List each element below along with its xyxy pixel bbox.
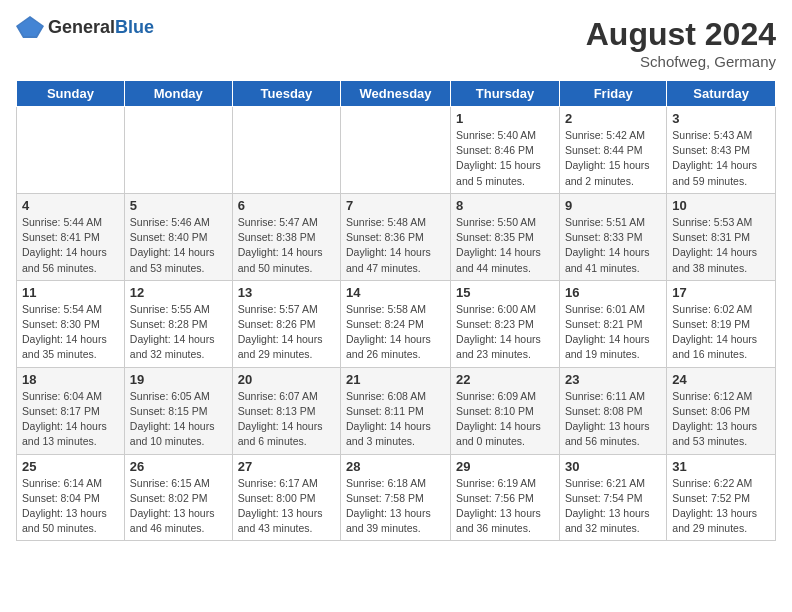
calendar-cell: 25Sunrise: 6:14 AM Sunset: 8:04 PM Dayli… — [17, 454, 125, 541]
calendar-cell: 4Sunrise: 5:44 AM Sunset: 8:41 PM Daylig… — [17, 193, 125, 280]
calendar-table: SundayMondayTuesdayWednesdayThursdayFrid… — [16, 80, 776, 541]
day-number: 21 — [346, 372, 445, 387]
calendar-cell: 17Sunrise: 6:02 AM Sunset: 8:19 PM Dayli… — [667, 280, 776, 367]
calendar-cell: 21Sunrise: 6:08 AM Sunset: 8:11 PM Dayli… — [341, 367, 451, 454]
day-detail: Sunrise: 6:19 AM Sunset: 7:56 PM Dayligh… — [456, 476, 554, 537]
calendar-cell: 31Sunrise: 6:22 AM Sunset: 7:52 PM Dayli… — [667, 454, 776, 541]
day-detail: Sunrise: 5:57 AM Sunset: 8:26 PM Dayligh… — [238, 302, 335, 363]
day-detail: Sunrise: 6:12 AM Sunset: 8:06 PM Dayligh… — [672, 389, 770, 450]
day-number: 23 — [565, 372, 661, 387]
day-number: 5 — [130, 198, 227, 213]
day-detail: Sunrise: 6:21 AM Sunset: 7:54 PM Dayligh… — [565, 476, 661, 537]
day-number: 24 — [672, 372, 770, 387]
page-header: GeneralBlue August 2024 Schofweg, German… — [16, 16, 776, 70]
calendar-cell — [341, 107, 451, 194]
day-detail: Sunrise: 6:01 AM Sunset: 8:21 PM Dayligh… — [565, 302, 661, 363]
day-number: 8 — [456, 198, 554, 213]
day-detail: Sunrise: 6:00 AM Sunset: 8:23 PM Dayligh… — [456, 302, 554, 363]
calendar-cell: 3Sunrise: 5:43 AM Sunset: 8:43 PM Daylig… — [667, 107, 776, 194]
day-number: 7 — [346, 198, 445, 213]
calendar-cell: 22Sunrise: 6:09 AM Sunset: 8:10 PM Dayli… — [451, 367, 560, 454]
weekday-header-row: SundayMondayTuesdayWednesdayThursdayFrid… — [17, 81, 776, 107]
day-detail: Sunrise: 5:42 AM Sunset: 8:44 PM Dayligh… — [565, 128, 661, 189]
day-detail: Sunrise: 6:17 AM Sunset: 8:00 PM Dayligh… — [238, 476, 335, 537]
logo-general-text: General — [48, 17, 115, 37]
calendar-cell: 12Sunrise: 5:55 AM Sunset: 8:28 PM Dayli… — [124, 280, 232, 367]
calendar-cell: 27Sunrise: 6:17 AM Sunset: 8:00 PM Dayli… — [232, 454, 340, 541]
day-number: 1 — [456, 111, 554, 126]
day-number: 2 — [565, 111, 661, 126]
weekday-header-sunday: Sunday — [17, 81, 125, 107]
day-detail: Sunrise: 6:18 AM Sunset: 7:58 PM Dayligh… — [346, 476, 445, 537]
day-number: 4 — [22, 198, 119, 213]
weekday-header-saturday: Saturday — [667, 81, 776, 107]
day-detail: Sunrise: 5:54 AM Sunset: 8:30 PM Dayligh… — [22, 302, 119, 363]
day-number: 13 — [238, 285, 335, 300]
day-detail: Sunrise: 6:11 AM Sunset: 8:08 PM Dayligh… — [565, 389, 661, 450]
day-number: 17 — [672, 285, 770, 300]
calendar-cell: 15Sunrise: 6:00 AM Sunset: 8:23 PM Dayli… — [451, 280, 560, 367]
calendar-cell: 5Sunrise: 5:46 AM Sunset: 8:40 PM Daylig… — [124, 193, 232, 280]
week-row-1: 1Sunrise: 5:40 AM Sunset: 8:46 PM Daylig… — [17, 107, 776, 194]
calendar-cell: 24Sunrise: 6:12 AM Sunset: 8:06 PM Dayli… — [667, 367, 776, 454]
day-number: 19 — [130, 372, 227, 387]
calendar-cell: 30Sunrise: 6:21 AM Sunset: 7:54 PM Dayli… — [559, 454, 666, 541]
day-detail: Sunrise: 5:55 AM Sunset: 8:28 PM Dayligh… — [130, 302, 227, 363]
day-number: 15 — [456, 285, 554, 300]
day-number: 14 — [346, 285, 445, 300]
day-number: 20 — [238, 372, 335, 387]
day-detail: Sunrise: 5:40 AM Sunset: 8:46 PM Dayligh… — [456, 128, 554, 189]
day-number: 22 — [456, 372, 554, 387]
day-number: 29 — [456, 459, 554, 474]
day-detail: Sunrise: 5:48 AM Sunset: 8:36 PM Dayligh… — [346, 215, 445, 276]
calendar-cell: 6Sunrise: 5:47 AM Sunset: 8:38 PM Daylig… — [232, 193, 340, 280]
day-number: 31 — [672, 459, 770, 474]
day-number: 11 — [22, 285, 119, 300]
calendar-cell: 2Sunrise: 5:42 AM Sunset: 8:44 PM Daylig… — [559, 107, 666, 194]
weekday-header-thursday: Thursday — [451, 81, 560, 107]
day-detail: Sunrise: 5:47 AM Sunset: 8:38 PM Dayligh… — [238, 215, 335, 276]
day-number: 26 — [130, 459, 227, 474]
weekday-header-wednesday: Wednesday — [341, 81, 451, 107]
day-number: 12 — [130, 285, 227, 300]
calendar-cell: 14Sunrise: 5:58 AM Sunset: 8:24 PM Dayli… — [341, 280, 451, 367]
day-detail: Sunrise: 6:08 AM Sunset: 8:11 PM Dayligh… — [346, 389, 445, 450]
day-detail: Sunrise: 6:14 AM Sunset: 8:04 PM Dayligh… — [22, 476, 119, 537]
day-number: 16 — [565, 285, 661, 300]
calendar-cell: 10Sunrise: 5:53 AM Sunset: 8:31 PM Dayli… — [667, 193, 776, 280]
day-detail: Sunrise: 6:02 AM Sunset: 8:19 PM Dayligh… — [672, 302, 770, 363]
day-detail: Sunrise: 5:51 AM Sunset: 8:33 PM Dayligh… — [565, 215, 661, 276]
title-block: August 2024 Schofweg, Germany — [586, 16, 776, 70]
calendar-cell: 1Sunrise: 5:40 AM Sunset: 8:46 PM Daylig… — [451, 107, 560, 194]
day-number: 28 — [346, 459, 445, 474]
day-detail: Sunrise: 6:09 AM Sunset: 8:10 PM Dayligh… — [456, 389, 554, 450]
calendar-cell — [232, 107, 340, 194]
day-detail: Sunrise: 5:50 AM Sunset: 8:35 PM Dayligh… — [456, 215, 554, 276]
day-detail: Sunrise: 5:53 AM Sunset: 8:31 PM Dayligh… — [672, 215, 770, 276]
week-row-3: 11Sunrise: 5:54 AM Sunset: 8:30 PM Dayli… — [17, 280, 776, 367]
calendar-cell: 26Sunrise: 6:15 AM Sunset: 8:02 PM Dayli… — [124, 454, 232, 541]
weekday-header-monday: Monday — [124, 81, 232, 107]
calendar-cell: 29Sunrise: 6:19 AM Sunset: 7:56 PM Dayli… — [451, 454, 560, 541]
week-row-4: 18Sunrise: 6:04 AM Sunset: 8:17 PM Dayli… — [17, 367, 776, 454]
calendar-cell: 13Sunrise: 5:57 AM Sunset: 8:26 PM Dayli… — [232, 280, 340, 367]
weekday-header-tuesday: Tuesday — [232, 81, 340, 107]
day-number: 10 — [672, 198, 770, 213]
calendar-cell: 23Sunrise: 6:11 AM Sunset: 8:08 PM Dayli… — [559, 367, 666, 454]
day-detail: Sunrise: 6:22 AM Sunset: 7:52 PM Dayligh… — [672, 476, 770, 537]
day-detail: Sunrise: 5:44 AM Sunset: 8:41 PM Dayligh… — [22, 215, 119, 276]
day-detail: Sunrise: 6:15 AM Sunset: 8:02 PM Dayligh… — [130, 476, 227, 537]
calendar-cell — [124, 107, 232, 194]
day-detail: Sunrise: 5:58 AM Sunset: 8:24 PM Dayligh… — [346, 302, 445, 363]
calendar-cell: 20Sunrise: 6:07 AM Sunset: 8:13 PM Dayli… — [232, 367, 340, 454]
day-number: 25 — [22, 459, 119, 474]
logo-blue-text: Blue — [115, 17, 154, 37]
calendar-cell: 9Sunrise: 5:51 AM Sunset: 8:33 PM Daylig… — [559, 193, 666, 280]
calendar-cell: 11Sunrise: 5:54 AM Sunset: 8:30 PM Dayli… — [17, 280, 125, 367]
month-year: August 2024 — [586, 16, 776, 53]
calendar-cell — [17, 107, 125, 194]
day-number: 27 — [238, 459, 335, 474]
location: Schofweg, Germany — [586, 53, 776, 70]
day-detail: Sunrise: 5:43 AM Sunset: 8:43 PM Dayligh… — [672, 128, 770, 189]
day-number: 9 — [565, 198, 661, 213]
